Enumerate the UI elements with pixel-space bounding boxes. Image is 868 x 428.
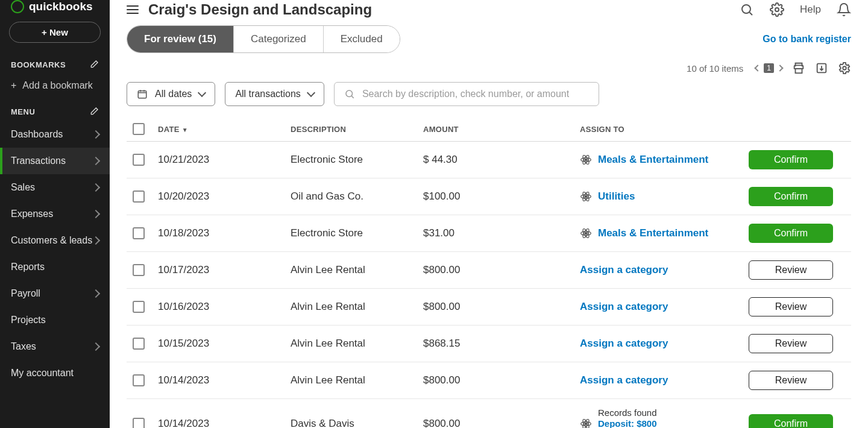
- row-checkbox[interactable]: [133, 301, 145, 313]
- tab-categorized[interactable]: Categorized: [234, 26, 324, 52]
- table-row[interactable]: 10/18/2023Electronic Store$31.00Meals & …: [127, 215, 851, 252]
- assign-link[interactable]: Meals & Entertainment: [598, 227, 708, 239]
- transaction-filter[interactable]: All transactions: [225, 82, 324, 106]
- cell-assign: Assign a category: [580, 338, 749, 350]
- cell-date: 10/17/2023: [158, 264, 291, 276]
- sidebar-item-sales[interactable]: Sales: [0, 174, 110, 201]
- bell-icon[interactable]: [837, 2, 851, 17]
- sidebar-item-projects[interactable]: Projects: [0, 307, 110, 333]
- cell-assign: Meals & Entertainment: [580, 154, 749, 166]
- assign-category-link[interactable]: Assign a category: [580, 264, 668, 276]
- review-button[interactable]: Review: [749, 334, 833, 353]
- table-row[interactable]: 10/17/2023Alvin Lee Rental$800.00Assign …: [127, 252, 851, 289]
- table-row[interactable]: 10/14/2023Davis & Davis$800.00Records fo…: [127, 399, 851, 428]
- search-input[interactable]: [362, 89, 589, 99]
- cell-date: 10/20/2023: [158, 190, 291, 203]
- cell-assign: Meals & Entertainment: [580, 227, 749, 239]
- add-bookmark-label: Add a bookmark: [22, 80, 93, 91]
- search-icon[interactable]: [740, 2, 754, 17]
- cell-date: 10/14/2023: [158, 418, 291, 428]
- row-checkbox[interactable]: [133, 418, 145, 428]
- svg-line-11: [351, 96, 353, 98]
- col-amount[interactable]: AMOUNT: [423, 125, 544, 134]
- pencil-icon[interactable]: [89, 60, 99, 69]
- atom-icon: [580, 190, 592, 203]
- sidebar: quickbooks + New BOOKMARKS + Add a bookm…: [0, 0, 110, 428]
- sidebar-item-expenses[interactable]: Expenses: [0, 201, 110, 227]
- sidebar-item-customers-leads[interactable]: Customers & leads: [0, 227, 110, 254]
- table-row[interactable]: 10/21/2023Electronic Store$ 44.30Meals &…: [127, 142, 851, 178]
- record-link[interactable]: Deposit: $800: [598, 418, 657, 428]
- confirm-button[interactable]: Confirm: [749, 187, 833, 206]
- assign-category-link[interactable]: Assign a category: [580, 374, 668, 386]
- assign-link[interactable]: Meals & Entertainment: [598, 154, 708, 166]
- settings-gear-icon[interactable]: [838, 61, 851, 75]
- table-row[interactable]: 10/20/2023Oil and Gas Co.$100.00Utilitie…: [127, 178, 851, 215]
- confirm-button[interactable]: Confirm: [749, 150, 833, 169]
- sidebar-item-my-accountant[interactable]: My accountant: [0, 360, 110, 386]
- svg-point-5: [843, 66, 846, 70]
- add-bookmark[interactable]: + Add a bookmark: [0, 74, 110, 102]
- row-checkbox[interactable]: [133, 338, 145, 350]
- bank-register-link[interactable]: Go to bank register: [763, 34, 851, 45]
- assign-category-link[interactable]: Assign a category: [580, 301, 668, 313]
- sidebar-item-taxes[interactable]: Taxes: [0, 333, 110, 360]
- sidebar-item-reports[interactable]: Reports: [0, 254, 110, 280]
- table-row[interactable]: 10/15/2023Alvin Lee Rental$868.15Assign …: [127, 326, 851, 362]
- cell-description: Alvin Lee Rental: [291, 301, 423, 313]
- search-box[interactable]: [334, 82, 599, 106]
- table-header: DATE▼ DESCRIPTION AMOUNT ASSIGN TO: [127, 117, 851, 142]
- list-toolbar: 10 of 10 items 1: [110, 53, 868, 78]
- sidebar-item-payroll[interactable]: Payroll: [0, 280, 110, 307]
- table-row[interactable]: 10/16/2023Alvin Lee Rental$800.00Assign …: [127, 289, 851, 326]
- row-checkbox[interactable]: [133, 374, 145, 386]
- assign-link[interactable]: Utilities: [598, 190, 635, 203]
- pencil-icon[interactable]: [89, 107, 99, 116]
- svg-point-16: [585, 195, 587, 197]
- help-link[interactable]: Help: [800, 4, 821, 16]
- tab-excluded[interactable]: Excluded: [324, 26, 400, 52]
- new-button[interactable]: + New: [9, 22, 101, 43]
- row-checkbox[interactable]: [133, 264, 145, 276]
- svg-point-20: [585, 232, 587, 234]
- review-button[interactable]: Review: [749, 260, 833, 280]
- svg-point-12: [585, 159, 587, 160]
- review-button[interactable]: Review: [749, 371, 833, 390]
- cell-amount: $800.00: [423, 264, 544, 276]
- hamburger-icon[interactable]: [127, 5, 139, 14]
- sidebar-item-label: Payroll: [11, 288, 40, 299]
- svg-point-10: [346, 90, 353, 97]
- col-description[interactable]: DESCRIPTION: [291, 125, 423, 134]
- chevron-right-icon: [92, 130, 100, 139]
- date-filter[interactable]: All dates: [127, 82, 215, 106]
- row-checkbox[interactable]: [133, 154, 145, 166]
- calendar-icon: [137, 89, 148, 99]
- select-all-checkbox[interactable]: [133, 123, 145, 135]
- export-icon[interactable]: [815, 61, 828, 75]
- chevron-down-icon: [198, 89, 206, 97]
- confirm-button[interactable]: Confirm: [749, 414, 833, 428]
- cell-assign: Records foundDeposit: $800Deposit: $800: [580, 408, 749, 428]
- brand-logo: quickbooks: [0, 0, 110, 22]
- page-count: 10 of 10 items: [687, 63, 743, 74]
- cell-assign: Assign a category: [580, 301, 749, 313]
- cell-description: Alvin Lee Rental: [291, 374, 423, 386]
- row-checkbox[interactable]: [133, 227, 145, 239]
- gear-icon[interactable]: [770, 2, 784, 17]
- row-checkbox[interactable]: [133, 190, 145, 203]
- pager-next-icon[interactable]: [776, 65, 783, 71]
- svg-point-2: [775, 8, 779, 11]
- col-assign[interactable]: ASSIGN TO: [580, 125, 749, 134]
- date-filter-label: All dates: [155, 89, 192, 99]
- tab-for-review-[interactable]: For review (15): [127, 26, 234, 52]
- print-icon[interactable]: [792, 61, 805, 75]
- svg-point-0: [742, 5, 750, 13]
- sidebar-item-transactions[interactable]: Transactions: [0, 148, 110, 174]
- review-button[interactable]: Review: [749, 297, 833, 316]
- sidebar-item-dashboards[interactable]: Dashboards: [0, 121, 110, 148]
- assign-category-link[interactable]: Assign a category: [580, 338, 668, 350]
- pager-prev-icon[interactable]: [755, 65, 761, 71]
- col-date[interactable]: DATE▼: [158, 125, 291, 134]
- table-row[interactable]: 10/14/2023Alvin Lee Rental$800.00Assign …: [127, 362, 851, 399]
- confirm-button[interactable]: Confirm: [749, 224, 833, 243]
